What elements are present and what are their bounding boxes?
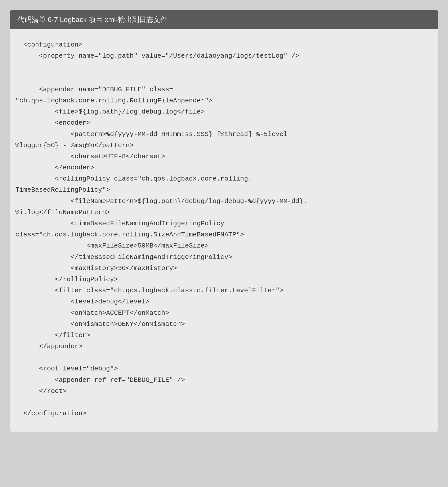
code-block: <configuration> <property name="log.path… <box>15 39 433 419</box>
listing-title: 代码清单 6-7 Logback 项目 xml-输出到日志文件 <box>17 16 168 24</box>
code-listing-header: 代码清单 6-7 Logback 项目 xml-输出到日志文件 <box>10 10 438 29</box>
code-listing-container: 代码清单 6-7 Logback 项目 xml-输出到日志文件 <configu… <box>10 10 438 432</box>
code-listing-body: <configuration> <property name="log.path… <box>10 29 438 432</box>
